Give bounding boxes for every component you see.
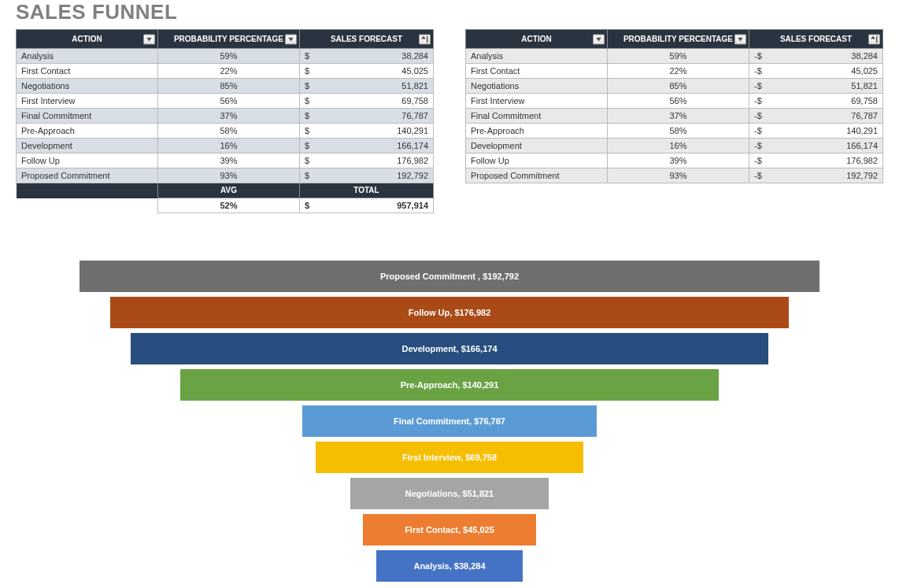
cell-probability: 59% bbox=[608, 49, 749, 64]
funnel-bar: Pre-Approach, $140,291 bbox=[180, 369, 719, 401]
currency-symbol: $ bbox=[305, 170, 309, 181]
cell-forecast: -$176,982 bbox=[749, 153, 883, 168]
cell-forecast: -$140,291 bbox=[749, 124, 883, 139]
cell-forecast: $69,758 bbox=[300, 94, 434, 109]
currency-symbol: -$ bbox=[754, 110, 762, 121]
header-prob[interactable]: PROBABILITY PERCENTAGE bbox=[158, 30, 300, 49]
cell-action: Follow Up bbox=[466, 153, 608, 168]
sort-asc-icon[interactable] bbox=[419, 34, 431, 44]
svg-rect-7 bbox=[876, 35, 878, 43]
cell-probability: 85% bbox=[158, 79, 300, 94]
table-row: Negotiations85%$51,821 bbox=[17, 79, 434, 94]
cell-probability: 59% bbox=[158, 49, 300, 64]
header-prob-label: PROBABILITY PERCENTAGE bbox=[623, 35, 733, 43]
cell-action: Analysis bbox=[17, 49, 158, 64]
cell-forecast: $51,821 bbox=[300, 79, 434, 94]
table-row: First Contact22%$45,025 bbox=[17, 64, 434, 79]
cell-forecast: -$166,174 bbox=[749, 139, 883, 153]
cell-action: Follow Up bbox=[17, 153, 158, 168]
cell-action: Pre-Approach bbox=[17, 124, 158, 139]
page-title: SALES FUNNEL bbox=[16, 0, 883, 24]
header-prob[interactable]: PROBABILITY PERCENTAGE bbox=[608, 30, 749, 49]
cell-forecast: $140,291 bbox=[300, 124, 434, 139]
header-prob-label: PROBABILITY PERCENTAGE bbox=[174, 35, 283, 43]
table-row: Proposed Commitment93%$192,792 bbox=[17, 168, 434, 183]
currency-symbol: $ bbox=[305, 110, 309, 121]
funnel-row: First Contact, $45,025 bbox=[80, 514, 819, 545]
currency-symbol: -$ bbox=[754, 95, 762, 106]
avg-value: 52% bbox=[158, 198, 300, 213]
table-row: Negotiations85%-$51,821 bbox=[466, 79, 883, 94]
cell-probability: 58% bbox=[608, 124, 749, 139]
funnel-bar: First Contact, $45,025 bbox=[363, 514, 536, 545]
svg-marker-0 bbox=[146, 37, 152, 41]
svg-marker-6 bbox=[871, 35, 875, 39]
forecast-number: 38,284 bbox=[851, 51, 878, 61]
cell-forecast: -$76,787 bbox=[749, 109, 883, 124]
cell-probability: 85% bbox=[608, 79, 749, 94]
cell-forecast: $192,792 bbox=[300, 168, 434, 183]
cell-action: Negotiations bbox=[17, 79, 158, 94]
currency-symbol: $ bbox=[305, 65, 309, 76]
cell-forecast: -$69,758 bbox=[749, 94, 883, 109]
header-forecast-label: SALES FORECAST bbox=[780, 35, 852, 43]
currency-symbol: -$ bbox=[754, 65, 762, 76]
cell-forecast: $166,174 bbox=[300, 139, 434, 153]
svg-marker-2 bbox=[421, 35, 426, 39]
cell-probability: 16% bbox=[608, 139, 749, 153]
table-row: Pre-Approach58%-$140,291 bbox=[466, 124, 883, 139]
forecast-number: 192,792 bbox=[397, 171, 428, 180]
funnel-bar: Follow Up, $176,982 bbox=[110, 297, 790, 328]
table-row: Final Commitment37%$76,787 bbox=[17, 109, 434, 124]
svg-marker-5 bbox=[738, 37, 743, 41]
forecast-number: 38,284 bbox=[401, 51, 428, 61]
cell-action: First Contact bbox=[17, 64, 158, 79]
funnel-row: Proposed Commitment , $192,792 bbox=[80, 261, 819, 292]
cell-forecast: -$51,821 bbox=[749, 79, 883, 94]
currency-symbol: -$ bbox=[754, 50, 762, 61]
funnel-row: Follow Up, $176,982 bbox=[80, 297, 819, 328]
table-row: Pre-Approach58%$140,291 bbox=[17, 124, 434, 139]
cell-probability: 93% bbox=[608, 168, 749, 183]
forecast-number: 176,982 bbox=[846, 156, 878, 165]
cell-probability: 16% bbox=[158, 139, 300, 153]
header-action-label: ACTION bbox=[521, 35, 551, 43]
forecast-number: 176,982 bbox=[397, 156, 428, 165]
sort-asc-icon[interactable] bbox=[868, 34, 880, 44]
cell-probability: 37% bbox=[608, 109, 749, 124]
filter-dropdown-icon[interactable] bbox=[593, 34, 605, 44]
currency-symbol: -$ bbox=[754, 80, 762, 91]
filter-dropdown-icon[interactable] bbox=[734, 34, 746, 44]
forecast-number: 76,787 bbox=[401, 111, 428, 120]
forecast-number: 140,291 bbox=[846, 126, 878, 135]
cell-action: Final Commitment bbox=[466, 109, 608, 124]
cell-forecast: $45,025 bbox=[300, 64, 434, 79]
table-row: First Interview56%-$69,758 bbox=[466, 94, 883, 109]
header-action[interactable]: ACTION bbox=[466, 30, 608, 49]
cell-probability: 93% bbox=[158, 168, 300, 183]
funnel-bar: Development, $166,174 bbox=[131, 333, 768, 364]
header-forecast[interactable]: SALES FORECAST bbox=[300, 30, 434, 49]
filter-dropdown-icon[interactable] bbox=[143, 34, 155, 44]
table-row: First Contact22%-$45,025 bbox=[466, 64, 883, 79]
cell-action: Development bbox=[466, 139, 608, 153]
table-row: Final Commitment37%-$76,787 bbox=[466, 109, 883, 124]
sales-funnel-table-right: ACTION PROBABILITY PERCENTAGE SALES FORE… bbox=[465, 29, 883, 183]
cell-forecast: $38,284 bbox=[300, 49, 434, 64]
filter-dropdown-icon[interactable] bbox=[285, 34, 297, 44]
funnel-row: Final Commitment, $76,787 bbox=[80, 405, 819, 437]
cell-action: Final Commitment bbox=[17, 109, 158, 124]
total-value-number: 957,914 bbox=[397, 201, 428, 210]
forecast-number: 192,792 bbox=[846, 171, 878, 180]
header-action[interactable]: ACTION bbox=[17, 30, 158, 49]
cell-forecast: -$192,792 bbox=[749, 168, 883, 183]
cell-action: Proposed Commitment bbox=[466, 168, 608, 183]
sales-funnel-table-left: ACTION PROBABILITY PERCENTAGE SALES FORE… bbox=[16, 29, 434, 213]
cell-probability: 39% bbox=[158, 153, 300, 168]
forecast-number: 69,758 bbox=[851, 96, 878, 105]
cell-probability: 56% bbox=[158, 94, 300, 109]
svg-marker-4 bbox=[596, 37, 601, 41]
cell-action: First Interview bbox=[466, 94, 608, 109]
forecast-number: 69,758 bbox=[401, 96, 428, 105]
header-forecast[interactable]: SALES FORECAST bbox=[749, 30, 883, 49]
